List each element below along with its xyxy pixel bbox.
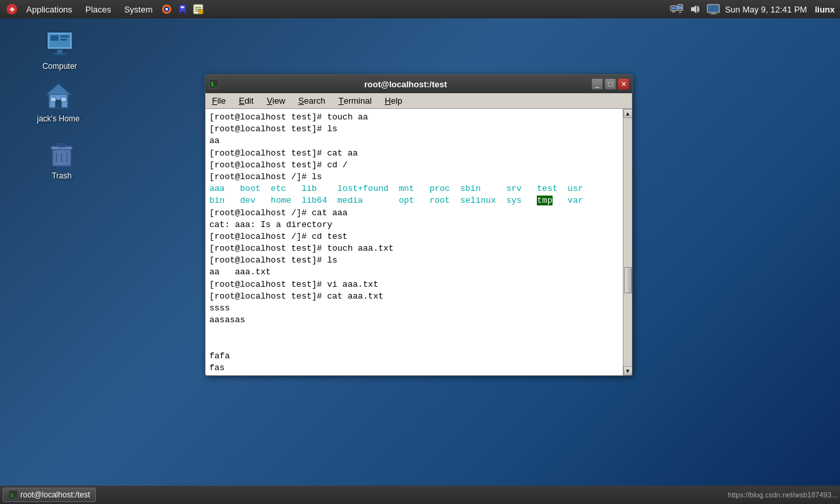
svg-rect-18 bbox=[679, 6, 682, 9]
display-icon[interactable] bbox=[707, 3, 720, 16]
scrollbar-thumb[interactable] bbox=[624, 267, 632, 293]
taskbar-url: https://blog.csdn.net/wsb187493... bbox=[728, 491, 837, 499]
volume-icon[interactable] bbox=[688, 3, 702, 16]
clock-display: Sun May 9, 12:41 PM bbox=[725, 5, 807, 14]
terminal-title: root@localhost:/test bbox=[220, 79, 591, 89]
taskbar: $_ root@localhost:/test https://blog.csd… bbox=[0, 486, 840, 504]
menu-view[interactable]: View bbox=[260, 93, 291, 108]
svg-rect-16 bbox=[672, 11, 675, 12]
scrollbar-up-button[interactable]: ▲ bbox=[623, 109, 633, 118]
svg-marker-34 bbox=[47, 84, 70, 94]
terminal-icon: $_ bbox=[208, 78, 220, 90]
menu-search[interactable]: Search bbox=[292, 93, 332, 108]
taskbar-terminal-icon: $_ bbox=[9, 490, 18, 499]
text-editor-icon[interactable] bbox=[192, 3, 205, 16]
svg-point-4 bbox=[165, 8, 168, 10]
taskbar-left: $_ root@localhost:/test bbox=[3, 488, 96, 502]
svg-marker-20 bbox=[691, 5, 696, 13]
places-menu[interactable]: Places bbox=[80, 3, 116, 16]
top-panel-left: ❖ Applications Places System bbox=[5, 3, 205, 16]
svg-rect-28 bbox=[51, 35, 58, 41]
taskbar-terminal-label: root@localhost:/test bbox=[20, 490, 90, 499]
svg-text:❖: ❖ bbox=[9, 6, 15, 13]
menu-terminal[interactable]: Terminal bbox=[332, 93, 379, 108]
svg-rect-22 bbox=[708, 5, 719, 12]
computer-desktop-icon[interactable]: Computer bbox=[30, 25, 89, 74]
applications-menu[interactable]: Applications bbox=[21, 3, 77, 16]
username-display: liunx bbox=[815, 5, 835, 14]
menu-file[interactable]: File bbox=[205, 93, 232, 108]
computer-icon-img bbox=[44, 28, 75, 59]
svg-rect-40 bbox=[58, 144, 66, 147]
menu-edit[interactable]: Edit bbox=[232, 93, 260, 108]
terminal-body: [root@localhost test]# touch aa [root@lo… bbox=[205, 109, 632, 375]
scrollbar-down-button[interactable]: ▼ bbox=[623, 366, 633, 375]
scrollbar-track[interactable] bbox=[623, 118, 632, 366]
svg-rect-37 bbox=[61, 97, 66, 102]
taskbar-terminal-item[interactable]: $_ root@localhost:/test bbox=[3, 488, 96, 502]
firefox-icon[interactable] bbox=[160, 3, 173, 16]
svg-rect-15 bbox=[672, 7, 675, 9]
app-menu-icon[interactable]: ❖ bbox=[5, 3, 18, 16]
top-panel: ❖ Applications Places System bbox=[0, 0, 840, 18]
svg-rect-23 bbox=[711, 12, 715, 14]
svg-rect-30 bbox=[60, 39, 67, 41]
minimize-button[interactable]: _ bbox=[591, 78, 603, 90]
top-panel-right: Sun May 9, 12:41 PM liunx bbox=[670, 3, 835, 16]
svg-rect-29 bbox=[60, 35, 69, 37]
computer-icon-label: Computer bbox=[43, 62, 77, 71]
terminal-controls: _ □ ✕ bbox=[591, 78, 629, 90]
terminal-titlebar: $_ root@localhost:/test _ □ ✕ bbox=[205, 75, 632, 93]
maximize-button[interactable]: □ bbox=[604, 78, 616, 90]
svg-rect-19 bbox=[679, 12, 681, 13]
terminal-scrollbar: ▲ ▼ bbox=[623, 109, 632, 375]
svg-text:$_: $_ bbox=[211, 81, 218, 87]
trash-desktop-icon[interactable]: Trash bbox=[32, 135, 91, 183]
taskbar-right: https://blog.csdn.net/wsb187493... bbox=[728, 491, 837, 499]
svg-rect-31 bbox=[57, 50, 62, 53]
network-icon[interactable] bbox=[670, 3, 683, 16]
terminal-menubar: File Edit View Search Terminal Help bbox=[205, 93, 632, 109]
trash-icon-label: Trash bbox=[52, 171, 72, 180]
trash-icon-img bbox=[46, 137, 77, 169]
menu-help[interactable]: Help bbox=[378, 93, 409, 108]
svg-rect-32 bbox=[53, 53, 66, 55]
terminal-window: $_ root@localhost:/test _ □ ✕ File Edit … bbox=[205, 74, 633, 376]
system-menu[interactable]: System bbox=[119, 3, 158, 16]
bookmark-icon[interactable] bbox=[176, 3, 189, 16]
svg-rect-24 bbox=[710, 14, 717, 14]
home-icon-label: jack's Home bbox=[37, 114, 80, 123]
home-desktop-icon[interactable]: jack's Home bbox=[29, 77, 88, 126]
home-icon-img bbox=[43, 80, 74, 112]
close-button[interactable]: ✕ bbox=[618, 78, 629, 90]
svg-rect-36 bbox=[51, 97, 56, 102]
terminal-content[interactable]: [root@localhost test]# touch aa [root@lo… bbox=[205, 109, 623, 375]
svg-text:$_: $_ bbox=[10, 493, 16, 498]
